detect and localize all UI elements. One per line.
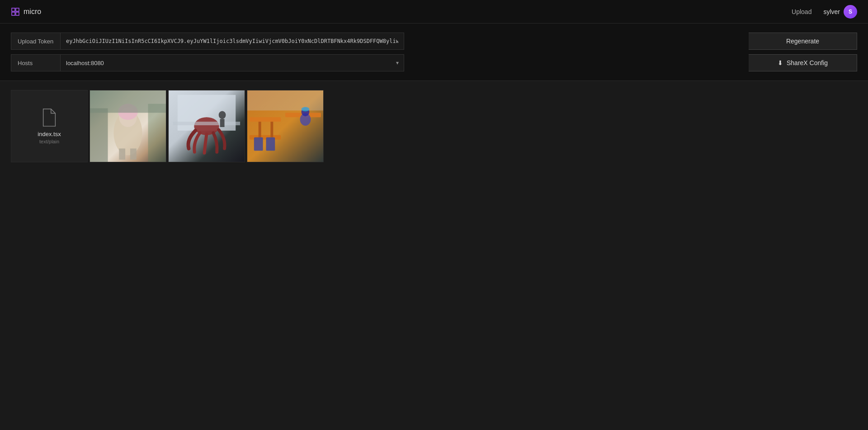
token-label: Upload Token [11, 33, 61, 50]
username: sylver [823, 8, 840, 15]
content-area: index.tsx text/plain [0, 81, 868, 171]
brand-name: micro [24, 8, 41, 16]
svg-rect-1 [16, 8, 19, 11]
list-item[interactable] [90, 90, 166, 162]
download-icon: ⬇ [778, 59, 783, 66]
config-section: Upload Token Regenerate Hosts localhost:… [0, 24, 868, 81]
svg-rect-2 [12, 12, 15, 15]
files-grid: index.tsx text/plain [11, 90, 857, 162]
navbar-right: Upload sylver S [787, 5, 857, 19]
svg-rect-26 [259, 122, 261, 137]
upload-button[interactable]: Upload [787, 5, 816, 18]
navbar: micro Upload sylver S [0, 0, 868, 24]
svg-rect-11 [90, 108, 108, 162]
regenerate-button[interactable]: Regenerate [749, 33, 857, 50]
svg-rect-27 [270, 122, 273, 137]
image-preview [90, 90, 166, 162]
grid-icon [11, 7, 20, 16]
svg-rect-29 [266, 137, 275, 151]
svg-rect-23 [250, 117, 281, 122]
file-icon [41, 108, 57, 127]
svg-rect-28 [254, 137, 263, 151]
sharex-config-label: ShareX Config [787, 59, 828, 66]
svg-rect-10 [130, 148, 137, 160]
file-name: index.tsx [38, 131, 61, 137]
image-preview [169, 90, 245, 162]
image-preview [247, 90, 323, 162]
svg-rect-3 [16, 12, 19, 15]
list-item[interactable] [247, 90, 324, 162]
hosts-row: Hosts localhost:8080 ▾ ⬇ ShareX Config [11, 54, 857, 71]
hosts-label: Hosts [11, 54, 61, 71]
svg-rect-13 [90, 90, 166, 113]
list-item[interactable]: index.tsx text/plain [11, 90, 88, 162]
brand[interactable]: micro [11, 7, 41, 16]
octopus-image [169, 90, 245, 162]
svg-rect-20 [220, 119, 225, 127]
cafe-image [247, 90, 323, 162]
avatar: S [844, 5, 857, 19]
svg-rect-9 [119, 148, 125, 160]
file-mime: text/plain [39, 139, 59, 144]
svg-rect-18 [173, 122, 240, 125]
sharex-config-button[interactable]: ⬇ ShareX Config [749, 54, 857, 71]
hosts-select[interactable]: localhost:8080 [61, 54, 404, 71]
user-menu[interactable]: sylver S [823, 5, 857, 19]
costume-image [90, 90, 166, 162]
svg-rect-0 [12, 8, 15, 11]
svg-point-17 [194, 117, 219, 135]
svg-point-19 [219, 111, 226, 119]
token-row: Upload Token Regenerate [11, 33, 857, 50]
token-input[interactable] [61, 33, 404, 50]
svg-rect-33 [247, 90, 323, 110]
hosts-select-wrapper: localhost:8080 ▾ [61, 54, 404, 71]
list-item[interactable] [168, 90, 245, 162]
